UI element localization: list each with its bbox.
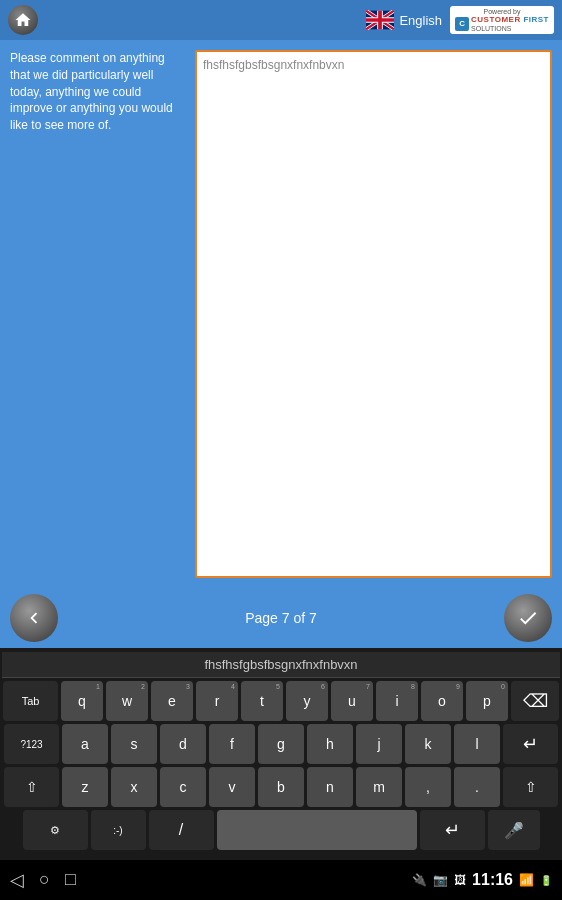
top-bar: English Powered by C CUSTOMER FIRST SOLU… <box>0 0 562 40</box>
main-content: Please comment on anything that we did p… <box>0 40 562 588</box>
comment-input[interactable]: fhsfhsfgbsfbsgnxfnxfnbvxn <box>195 50 552 578</box>
sym-key[interactable]: ?123 <box>4 724 59 764</box>
shift-left-key[interactable]: ⇧ <box>4 767 59 807</box>
nav-recent-icon[interactable]: □ <box>65 869 76 891</box>
shift-right-key[interactable]: ⇧ <box>503 767 558 807</box>
right-panel: fhsfhsfgbsfbsgnxfnxfnbvxn <box>195 50 552 578</box>
language-selector[interactable]: English <box>366 10 442 30</box>
home-button[interactable] <box>8 5 38 35</box>
key-y[interactable]: y6 <box>286 681 328 721</box>
key-z[interactable]: z <box>62 767 108 807</box>
system-bar: ◁ ○ □ 🔌 📷 🖼 11:16 📶 🔋 <box>0 860 562 900</box>
key-x[interactable]: x <box>111 767 157 807</box>
key-e[interactable]: e3 <box>151 681 193 721</box>
language-label: English <box>399 13 442 28</box>
key-comma[interactable]: , <box>405 767 451 807</box>
key-n[interactable]: n <box>307 767 353 807</box>
instruction-text: Please comment on anything that we did p… <box>10 50 185 134</box>
left-panel: Please comment on anything that we did p… <box>10 50 185 578</box>
system-nav: ◁ ○ □ <box>10 869 76 891</box>
page-indicator: Page 7 of 7 <box>245 610 317 626</box>
tab-key[interactable]: Tab <box>3 681 58 721</box>
key-s[interactable]: s <box>111 724 157 764</box>
system-status: 🔌 📷 🖼 11:16 📶 🔋 <box>412 871 552 889</box>
nav-home-icon[interactable]: ○ <box>39 869 50 891</box>
key-b[interactable]: b <box>258 767 304 807</box>
flag-icon <box>366 10 394 30</box>
key-a[interactable]: a <box>62 724 108 764</box>
next-button[interactable] <box>504 594 552 642</box>
key-k[interactable]: k <box>405 724 451 764</box>
keyboard-row-2: ?123 a s d f g h j k l ↵ <box>4 724 558 764</box>
keyboard-row-1: Tab q1 w2 e3 r4 t5 y6 u7 i8 o9 p0 ⌫ <box>4 681 558 721</box>
key-f[interactable]: f <box>209 724 255 764</box>
enter-key[interactable]: ↵ <box>503 724 558 764</box>
key-c[interactable]: c <box>160 767 206 807</box>
prev-button[interactable] <box>10 594 58 642</box>
key-v[interactable]: v <box>209 767 255 807</box>
keyboard-row-4: ⚙ :-) / ↵ 🎤 <box>4 810 558 850</box>
key-l[interactable]: l <box>454 724 500 764</box>
action-key[interactable]: ↵ <box>420 810 485 850</box>
keyboard: fhsfhsfgbsfbsgnxfnxfnbvxn Tab q1 w2 e3 r… <box>0 648 562 860</box>
keyboard-display-text: fhsfhsfgbsfbsgnxfnxfnbvxn <box>2 652 560 678</box>
key-u[interactable]: u7 <box>331 681 373 721</box>
backspace-key[interactable]: ⌫ <box>511 681 559 721</box>
input-typed-text: fhsfhsfgbsfbsgnxfnxfnbvxn <box>203 58 344 72</box>
key-j[interactable]: j <box>356 724 402 764</box>
navigation-bar: Page 7 of 7 <box>0 588 562 648</box>
key-i[interactable]: i8 <box>376 681 418 721</box>
key-r[interactable]: r4 <box>196 681 238 721</box>
powered-badge: Powered by C CUSTOMER FIRST SOLUTIONS <box>450 6 554 34</box>
space-key[interactable] <box>217 810 417 850</box>
mic-key[interactable]: 🎤 <box>488 810 540 850</box>
key-w[interactable]: w2 <box>106 681 148 721</box>
slash-key[interactable]: / <box>149 810 214 850</box>
keyboard-rows: Tab q1 w2 e3 r4 t5 y6 u7 i8 o9 p0 ⌫ ?123… <box>2 678 560 856</box>
emoji-key[interactable]: :-) <box>91 810 146 850</box>
nav-back-icon[interactable]: ◁ <box>10 869 24 891</box>
key-m[interactable]: m <box>356 767 402 807</box>
key-h[interactable]: h <box>307 724 353 764</box>
keyboard-row-3: ⇧ z x c v b n m , . ⇧ <box>4 767 558 807</box>
key-p[interactable]: p0 <box>466 681 508 721</box>
system-time: 11:16 <box>472 871 513 889</box>
key-t[interactable]: t5 <box>241 681 283 721</box>
key-g[interactable]: g <box>258 724 304 764</box>
key-d[interactable]: d <box>160 724 206 764</box>
key-o[interactable]: o9 <box>421 681 463 721</box>
key-q[interactable]: q1 <box>61 681 103 721</box>
settings-key[interactable]: ⚙ <box>23 810 88 850</box>
key-period[interactable]: . <box>454 767 500 807</box>
